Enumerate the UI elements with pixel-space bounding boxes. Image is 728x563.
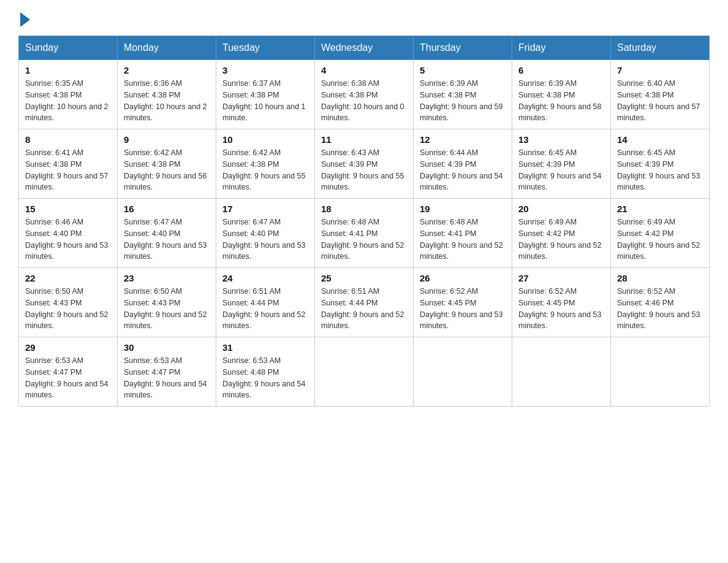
day-number: 12 (420, 134, 506, 145)
calendar-header-row: SundayMondayTuesdayWednesdayThursdayFrid… (19, 36, 710, 60)
day-info: Sunrise: 6:39 AMSunset: 4:38 PMDaylight:… (420, 79, 503, 122)
day-info: Sunrise: 6:37 AMSunset: 4:38 PMDaylight:… (222, 79, 306, 122)
day-info: Sunrise: 6:47 AMSunset: 4:40 PMDaylight:… (222, 218, 306, 261)
calendar-day-cell: 17 Sunrise: 6:47 AMSunset: 4:40 PMDaylig… (216, 199, 315, 268)
calendar-day-cell: 2 Sunrise: 6:36 AMSunset: 4:38 PMDayligh… (118, 60, 216, 129)
day-number: 25 (321, 273, 407, 283)
day-info: Sunrise: 6:41 AMSunset: 4:38 PMDaylight:… (25, 148, 108, 191)
day-number: 27 (518, 273, 604, 283)
day-number: 13 (518, 134, 604, 145)
day-info: Sunrise: 6:43 AMSunset: 4:39 PMDaylight:… (321, 148, 404, 191)
calendar-day-cell: 18 Sunrise: 6:48 AMSunset: 4:41 PMDaylig… (315, 199, 414, 268)
day-of-week-header: Thursday (414, 36, 512, 60)
calendar-table: SundayMondayTuesdayWednesdayThursdayFrid… (18, 36, 710, 407)
day-info: Sunrise: 6:38 AMSunset: 4:38 PMDaylight:… (321, 79, 404, 122)
logo-arrow-icon (20, 12, 30, 27)
day-of-week-header: Saturday (611, 36, 710, 60)
day-number: 10 (222, 134, 308, 145)
day-of-week-header: Tuesday (216, 36, 315, 60)
calendar-day-cell: 16 Sunrise: 6:47 AMSunset: 4:40 PMDaylig… (118, 199, 216, 268)
day-info: Sunrise: 6:53 AMSunset: 4:47 PMDaylight:… (25, 356, 108, 399)
day-info: Sunrise: 6:42 AMSunset: 4:38 PMDaylight:… (222, 148, 306, 191)
day-info: Sunrise: 6:52 AMSunset: 4:45 PMDaylight:… (420, 287, 503, 330)
day-info: Sunrise: 6:51 AMSunset: 4:44 PMDaylight:… (321, 287, 404, 330)
calendar-day-cell (512, 337, 611, 407)
calendar-day-cell: 1 Sunrise: 6:35 AMSunset: 4:38 PMDayligh… (19, 60, 118, 129)
day-number: 4 (321, 65, 407, 75)
day-info: Sunrise: 6:50 AMSunset: 4:43 PMDaylight:… (25, 287, 108, 330)
day-number: 16 (124, 204, 210, 214)
calendar-day-cell: 21 Sunrise: 6:49 AMSunset: 4:42 PMDaylig… (611, 199, 710, 268)
day-number: 17 (222, 204, 308, 214)
day-number: 1 (25, 65, 111, 75)
calendar-day-cell: 25 Sunrise: 6:51 AMSunset: 4:44 PMDaylig… (315, 268, 414, 337)
day-number: 26 (420, 273, 506, 283)
calendar-week-row: 1 Sunrise: 6:35 AMSunset: 4:38 PMDayligh… (19, 60, 710, 129)
day-number: 7 (617, 65, 703, 75)
day-of-week-header: Monday (118, 36, 216, 60)
calendar-week-row: 8 Sunrise: 6:41 AMSunset: 4:38 PMDayligh… (19, 129, 710, 199)
day-number: 20 (518, 204, 604, 214)
calendar-day-cell: 7 Sunrise: 6:40 AMSunset: 4:38 PMDayligh… (611, 60, 710, 129)
day-info: Sunrise: 6:49 AMSunset: 4:42 PMDaylight:… (617, 218, 700, 261)
calendar-day-cell: 9 Sunrise: 6:42 AMSunset: 4:38 PMDayligh… (118, 129, 216, 199)
day-number: 14 (617, 134, 703, 145)
calendar-week-row: 22 Sunrise: 6:50 AMSunset: 4:43 PMDaylig… (19, 268, 710, 337)
day-number: 29 (25, 342, 111, 353)
day-info: Sunrise: 6:35 AMSunset: 4:38 PMDaylight:… (25, 79, 108, 122)
calendar-day-cell: 22 Sunrise: 6:50 AMSunset: 4:43 PMDaylig… (19, 268, 118, 337)
day-number: 5 (420, 65, 506, 75)
calendar-day-cell: 30 Sunrise: 6:53 AMSunset: 4:47 PMDaylig… (118, 337, 216, 407)
day-info: Sunrise: 6:45 AMSunset: 4:39 PMDaylight:… (518, 148, 602, 191)
calendar-week-row: 29 Sunrise: 6:53 AMSunset: 4:47 PMDaylig… (19, 337, 710, 407)
day-number: 11 (321, 134, 407, 145)
calendar-day-cell: 13 Sunrise: 6:45 AMSunset: 4:39 PMDaylig… (512, 129, 611, 199)
day-number: 21 (617, 204, 703, 214)
day-info: Sunrise: 6:45 AMSunset: 4:39 PMDaylight:… (617, 148, 700, 191)
calendar-day-cell: 5 Sunrise: 6:39 AMSunset: 4:38 PMDayligh… (414, 60, 512, 129)
calendar-day-cell: 19 Sunrise: 6:48 AMSunset: 4:41 PMDaylig… (414, 199, 512, 268)
calendar-day-cell: 12 Sunrise: 6:44 AMSunset: 4:39 PMDaylig… (414, 129, 512, 199)
day-info: Sunrise: 6:48 AMSunset: 4:41 PMDaylight:… (321, 218, 404, 261)
calendar-day-cell: 27 Sunrise: 6:52 AMSunset: 4:45 PMDaylig… (512, 268, 611, 337)
calendar-day-cell: 14 Sunrise: 6:45 AMSunset: 4:39 PMDaylig… (611, 129, 710, 199)
day-info: Sunrise: 6:53 AMSunset: 4:47 PMDaylight:… (124, 356, 207, 399)
day-info: Sunrise: 6:50 AMSunset: 4:43 PMDaylight:… (124, 287, 207, 330)
calendar-day-cell (414, 337, 512, 407)
calendar-day-cell: 23 Sunrise: 6:50 AMSunset: 4:43 PMDaylig… (118, 268, 216, 337)
day-number: 30 (124, 342, 210, 353)
day-number: 3 (222, 65, 308, 75)
calendar-day-cell (315, 337, 414, 407)
calendar-day-cell: 15 Sunrise: 6:46 AMSunset: 4:40 PMDaylig… (19, 199, 118, 268)
day-of-week-header: Wednesday (315, 36, 414, 60)
day-info: Sunrise: 6:52 AMSunset: 4:46 PMDaylight:… (617, 287, 700, 330)
logo (18, 12, 31, 26)
calendar-day-cell: 3 Sunrise: 6:37 AMSunset: 4:38 PMDayligh… (216, 60, 315, 129)
day-info: Sunrise: 6:53 AMSunset: 4:48 PMDaylight:… (222, 356, 306, 399)
day-info: Sunrise: 6:42 AMSunset: 4:38 PMDaylight:… (124, 148, 207, 191)
day-number: 15 (25, 204, 111, 214)
day-number: 22 (25, 273, 111, 283)
calendar-day-cell: 28 Sunrise: 6:52 AMSunset: 4:46 PMDaylig… (611, 268, 710, 337)
calendar-day-cell: 10 Sunrise: 6:42 AMSunset: 4:38 PMDaylig… (216, 129, 315, 199)
calendar-week-row: 15 Sunrise: 6:46 AMSunset: 4:40 PMDaylig… (19, 199, 710, 268)
day-number: 8 (25, 134, 111, 145)
day-info: Sunrise: 6:40 AMSunset: 4:38 PMDaylight:… (617, 79, 700, 122)
day-info: Sunrise: 6:52 AMSunset: 4:45 PMDaylight:… (518, 287, 602, 330)
calendar-day-cell: 26 Sunrise: 6:52 AMSunset: 4:45 PMDaylig… (414, 268, 512, 337)
day-number: 18 (321, 204, 407, 214)
day-number: 24 (222, 273, 308, 283)
day-info: Sunrise: 6:48 AMSunset: 4:41 PMDaylight:… (420, 218, 503, 261)
day-number: 23 (124, 273, 210, 283)
day-number: 28 (617, 273, 703, 283)
calendar-day-cell: 31 Sunrise: 6:53 AMSunset: 4:48 PMDaylig… (216, 337, 315, 407)
day-of-week-header: Sunday (19, 36, 118, 60)
day-number: 6 (518, 65, 604, 75)
calendar-day-cell: 6 Sunrise: 6:39 AMSunset: 4:38 PMDayligh… (512, 60, 611, 129)
calendar-day-cell: 24 Sunrise: 6:51 AMSunset: 4:44 PMDaylig… (216, 268, 315, 337)
day-info: Sunrise: 6:44 AMSunset: 4:39 PMDaylight:… (420, 148, 503, 191)
calendar-day-cell (611, 337, 710, 407)
day-info: Sunrise: 6:36 AMSunset: 4:38 PMDaylight:… (124, 79, 207, 122)
day-info: Sunrise: 6:51 AMSunset: 4:44 PMDaylight:… (222, 287, 306, 330)
day-number: 31 (222, 342, 308, 353)
